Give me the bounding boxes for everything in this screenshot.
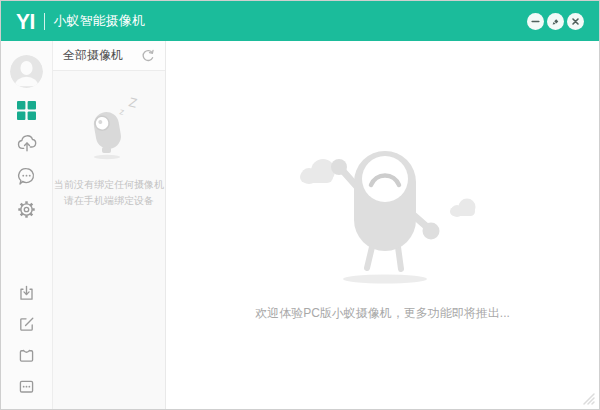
sidebar-nav-bottom <box>16 282 38 397</box>
welcome-text: 欢迎体验PC版小蚁摄像机，更多功能即将推出... <box>255 305 510 322</box>
person-icon <box>10 55 43 88</box>
svg-text:z: z <box>119 106 126 117</box>
cloud-upload-icon <box>16 133 38 154</box>
logo-separator <box>44 13 45 30</box>
edit-icon <box>17 315 36 334</box>
titlebar: YI 小蚁智能摄像机 <box>1 1 599 41</box>
character-shadow <box>343 274 427 283</box>
panel-header: 全部摄像机 <box>53 41 165 71</box>
more-icon <box>17 377 36 396</box>
sidebar-item-more[interactable] <box>16 375 38 397</box>
close-button[interactable] <box>567 13 584 30</box>
window-controls <box>527 13 584 30</box>
sidebar-item-cloud[interactable] <box>16 132 38 154</box>
app-window: YI 小蚁智能摄像机 <box>0 0 600 410</box>
panel-title: 全部摄像机 <box>63 47 123 64</box>
sidebar-item-messages[interactable] <box>16 165 38 187</box>
sidebar-nav-top <box>16 99 38 220</box>
sidebar-item-edit[interactable] <box>16 313 38 335</box>
welcome-illustration <box>271 121 506 291</box>
empty-line2: 请在手机端绑定设备 <box>54 193 164 209</box>
app-title: 小蚁智能摄像机 <box>54 12 145 30</box>
window-body: 全部摄像机 z Z <box>1 41 599 409</box>
panel-empty-state: z Z 当前没有绑定任何摄像机 请在手机端绑定设备 <box>53 71 165 409</box>
feedback-button[interactable] <box>547 13 564 30</box>
grid-icon <box>17 101 36 120</box>
sleeping-camera-illustration: z Z <box>69 91 149 165</box>
gear-icon <box>16 199 37 220</box>
user-avatar[interactable] <box>10 55 43 88</box>
sidebar <box>1 41 53 409</box>
minimize-button[interactable] <box>527 13 544 30</box>
svg-text:Z: Z <box>127 94 138 110</box>
cloud-left <box>300 159 335 184</box>
mail-icon <box>17 346 36 365</box>
sidebar-item-settings[interactable] <box>16 198 38 220</box>
close-icon <box>571 17 580 26</box>
resize-grip-icon[interactable] <box>578 388 596 406</box>
sidebar-item-download[interactable] <box>16 282 38 304</box>
empty-state-text: 当前没有绑定任何摄像机 请在手机端绑定设备 <box>54 177 164 208</box>
pencil-icon <box>551 17 560 26</box>
refresh-icon <box>141 49 155 63</box>
empty-line1: 当前没有绑定任何摄像机 <box>54 177 164 193</box>
chat-icon <box>16 166 37 187</box>
yi-logo: YI <box>16 10 35 32</box>
main-area: 欢迎体验PC版小蚁摄像机，更多功能即将推出... <box>166 41 599 409</box>
sidebar-item-cameras[interactable] <box>16 99 38 121</box>
refresh-button[interactable] <box>141 49 155 63</box>
camera-list-panel: 全部摄像机 z Z <box>53 41 166 409</box>
sidebar-item-mail[interactable] <box>16 344 38 366</box>
cloud-right <box>450 198 476 217</box>
minimize-icon <box>531 17 540 26</box>
download-icon <box>17 284 36 303</box>
